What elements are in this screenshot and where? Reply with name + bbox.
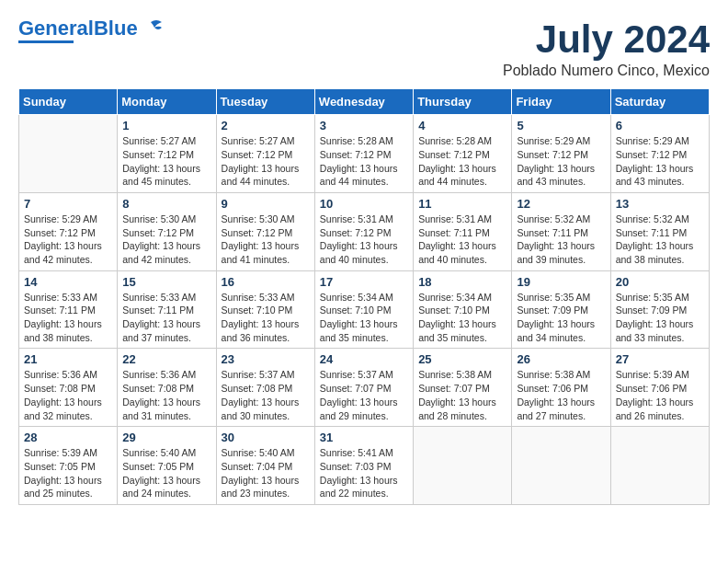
day-number: 10 xyxy=(320,197,408,211)
day-number: 16 xyxy=(222,275,310,289)
day-number: 29 xyxy=(122,431,210,444)
calendar-header-row: SundayMondayTuesdayWednesdayThursdayFrid… xyxy=(19,89,710,115)
day-info: Sunrise: 5:36 AM Sunset: 7:08 PM Dayligh… xyxy=(122,368,210,422)
day-number: 23 xyxy=(222,352,310,366)
weekday-header-thursday: Thursday xyxy=(414,89,512,115)
calendar-cell: 30Sunrise: 5:40 AM Sunset: 7:04 PM Dayli… xyxy=(216,427,314,505)
calendar-week-row: 28Sunrise: 5:39 AM Sunset: 7:05 PM Dayli… xyxy=(19,427,710,505)
calendar-cell xyxy=(19,115,118,193)
calendar-week-row: 1Sunrise: 5:27 AM Sunset: 7:12 PM Daylig… xyxy=(19,115,710,193)
day-info: Sunrise: 5:27 AM Sunset: 7:12 PM Dayligh… xyxy=(122,134,210,189)
calendar-cell: 16Sunrise: 5:33 AM Sunset: 7:10 PM Dayli… xyxy=(216,270,314,349)
day-number: 1 xyxy=(122,119,210,132)
day-number: 3 xyxy=(320,119,408,132)
day-number: 25 xyxy=(418,352,506,366)
calendar-week-row: 14Sunrise: 5:33 AM Sunset: 7:11 PM Dayli… xyxy=(19,270,710,349)
day-info: Sunrise: 5:37 AM Sunset: 7:08 PM Dayligh… xyxy=(222,368,310,422)
day-info: Sunrise: 5:28 AM Sunset: 7:12 PM Dayligh… xyxy=(418,134,506,189)
calendar-cell: 10Sunrise: 5:31 AM Sunset: 7:12 PM Dayli… xyxy=(314,192,413,270)
day-info: Sunrise: 5:39 AM Sunset: 7:05 PM Dayligh… xyxy=(24,446,112,500)
day-info: Sunrise: 5:37 AM Sunset: 7:07 PM Dayligh… xyxy=(320,368,408,422)
calendar-cell: 31Sunrise: 5:41 AM Sunset: 7:03 PM Dayli… xyxy=(314,427,413,505)
calendar-cell: 12Sunrise: 5:32 AM Sunset: 7:11 PM Dayli… xyxy=(512,192,610,270)
day-number: 20 xyxy=(616,275,704,289)
day-number: 31 xyxy=(320,431,408,444)
weekday-header-saturday: Saturday xyxy=(610,89,709,115)
day-number: 13 xyxy=(616,197,704,211)
day-info: Sunrise: 5:31 AM Sunset: 7:11 PM Dayligh… xyxy=(418,213,506,267)
calendar-cell: 28Sunrise: 5:39 AM Sunset: 7:05 PM Dayli… xyxy=(19,427,118,505)
day-info: Sunrise: 5:40 AM Sunset: 7:04 PM Dayligh… xyxy=(222,446,310,500)
calendar-cell: 21Sunrise: 5:36 AM Sunset: 7:08 PM Dayli… xyxy=(19,349,118,427)
day-info: Sunrise: 5:41 AM Sunset: 7:03 PM Dayligh… xyxy=(320,446,408,500)
day-info: Sunrise: 5:29 AM Sunset: 7:12 PM Dayligh… xyxy=(517,134,605,189)
weekday-header-friday: Friday xyxy=(512,89,610,115)
day-info: Sunrise: 5:35 AM Sunset: 7:09 PM Dayligh… xyxy=(517,291,605,345)
calendar-cell: 24Sunrise: 5:37 AM Sunset: 7:07 PM Dayli… xyxy=(314,349,413,427)
day-number: 11 xyxy=(418,197,506,211)
weekday-header-tuesday: Tuesday xyxy=(216,89,314,115)
day-number: 5 xyxy=(517,119,605,132)
day-number: 30 xyxy=(222,431,310,444)
calendar-cell: 8Sunrise: 5:30 AM Sunset: 7:12 PM Daylig… xyxy=(118,192,216,270)
calendar-cell: 6Sunrise: 5:29 AM Sunset: 7:12 PM Daylig… xyxy=(610,115,709,193)
calendar-cell xyxy=(512,427,610,505)
calendar-cell: 7Sunrise: 5:29 AM Sunset: 7:12 PM Daylig… xyxy=(19,192,118,270)
day-info: Sunrise: 5:29 AM Sunset: 7:12 PM Dayligh… xyxy=(616,134,704,189)
calendar-cell xyxy=(414,427,512,505)
calendar-cell: 15Sunrise: 5:33 AM Sunset: 7:11 PM Dayli… xyxy=(118,270,216,349)
day-info: Sunrise: 5:40 AM Sunset: 7:05 PM Dayligh… xyxy=(122,446,210,500)
calendar-cell xyxy=(610,427,709,505)
day-info: Sunrise: 5:27 AM Sunset: 7:12 PM Dayligh… xyxy=(222,134,310,189)
logo-bird-icon xyxy=(138,18,164,39)
calendar-body: 1Sunrise: 5:27 AM Sunset: 7:12 PM Daylig… xyxy=(19,115,710,505)
day-number: 26 xyxy=(517,352,605,366)
calendar-week-row: 7Sunrise: 5:29 AM Sunset: 7:12 PM Daylig… xyxy=(19,192,710,270)
calendar-cell: 1Sunrise: 5:27 AM Sunset: 7:12 PM Daylig… xyxy=(118,115,216,193)
weekday-header-wednesday: Wednesday xyxy=(314,89,413,115)
location-title: Poblado Numero Cinco, Mexico xyxy=(503,63,710,79)
day-info: Sunrise: 5:29 AM Sunset: 7:12 PM Dayligh… xyxy=(24,213,112,267)
day-info: Sunrise: 5:36 AM Sunset: 7:08 PM Dayligh… xyxy=(24,368,112,422)
day-number: 19 xyxy=(517,275,605,289)
page-header: GeneralBlue July 2024 Poblado Numero Cin… xyxy=(18,18,710,79)
logo: GeneralBlue xyxy=(18,18,164,43)
calendar-cell: 20Sunrise: 5:35 AM Sunset: 7:09 PM Dayli… xyxy=(610,270,709,349)
day-info: Sunrise: 5:33 AM Sunset: 7:11 PM Dayligh… xyxy=(122,291,210,345)
calendar-cell: 27Sunrise: 5:39 AM Sunset: 7:06 PM Dayli… xyxy=(610,349,709,427)
day-number: 8 xyxy=(122,197,210,211)
calendar-cell: 23Sunrise: 5:37 AM Sunset: 7:08 PM Dayli… xyxy=(216,349,314,427)
day-number: 21 xyxy=(24,352,112,366)
calendar-cell: 25Sunrise: 5:38 AM Sunset: 7:07 PM Dayli… xyxy=(414,349,512,427)
day-info: Sunrise: 5:34 AM Sunset: 7:10 PM Dayligh… xyxy=(320,291,408,345)
calendar-cell: 18Sunrise: 5:34 AM Sunset: 7:10 PM Dayli… xyxy=(414,270,512,349)
calendar-cell: 17Sunrise: 5:34 AM Sunset: 7:10 PM Dayli… xyxy=(314,270,413,349)
calendar-cell: 22Sunrise: 5:36 AM Sunset: 7:08 PM Dayli… xyxy=(118,349,216,427)
day-info: Sunrise: 5:34 AM Sunset: 7:10 PM Dayligh… xyxy=(418,291,506,345)
day-info: Sunrise: 5:33 AM Sunset: 7:11 PM Dayligh… xyxy=(24,291,112,345)
day-number: 9 xyxy=(222,197,310,211)
logo-text: GeneralBlue xyxy=(18,18,138,39)
day-info: Sunrise: 5:28 AM Sunset: 7:12 PM Dayligh… xyxy=(320,134,408,189)
calendar-cell: 2Sunrise: 5:27 AM Sunset: 7:12 PM Daylig… xyxy=(216,115,314,193)
calendar-cell: 13Sunrise: 5:32 AM Sunset: 7:11 PM Dayli… xyxy=(610,192,709,270)
day-info: Sunrise: 5:35 AM Sunset: 7:09 PM Dayligh… xyxy=(616,291,704,345)
day-info: Sunrise: 5:30 AM Sunset: 7:12 PM Dayligh… xyxy=(222,213,310,267)
day-number: 14 xyxy=(24,275,112,289)
day-number: 24 xyxy=(320,352,408,366)
day-number: 18 xyxy=(418,275,506,289)
weekday-header-sunday: Sunday xyxy=(19,89,118,115)
calendar-table: SundayMondayTuesdayWednesdayThursdayFrid… xyxy=(18,88,710,505)
day-number: 28 xyxy=(24,431,112,444)
day-number: 7 xyxy=(24,197,112,211)
day-number: 12 xyxy=(517,197,605,211)
day-number: 2 xyxy=(222,119,310,132)
day-number: 27 xyxy=(616,352,704,366)
month-title: July 2024 xyxy=(503,18,710,61)
calendar-cell: 14Sunrise: 5:33 AM Sunset: 7:11 PM Dayli… xyxy=(19,270,118,349)
day-number: 22 xyxy=(122,352,210,366)
calendar-cell: 9Sunrise: 5:30 AM Sunset: 7:12 PM Daylig… xyxy=(216,192,314,270)
day-info: Sunrise: 5:32 AM Sunset: 7:11 PM Dayligh… xyxy=(616,213,704,267)
calendar-cell: 19Sunrise: 5:35 AM Sunset: 7:09 PM Dayli… xyxy=(512,270,610,349)
calendar-cell: 11Sunrise: 5:31 AM Sunset: 7:11 PM Dayli… xyxy=(414,192,512,270)
